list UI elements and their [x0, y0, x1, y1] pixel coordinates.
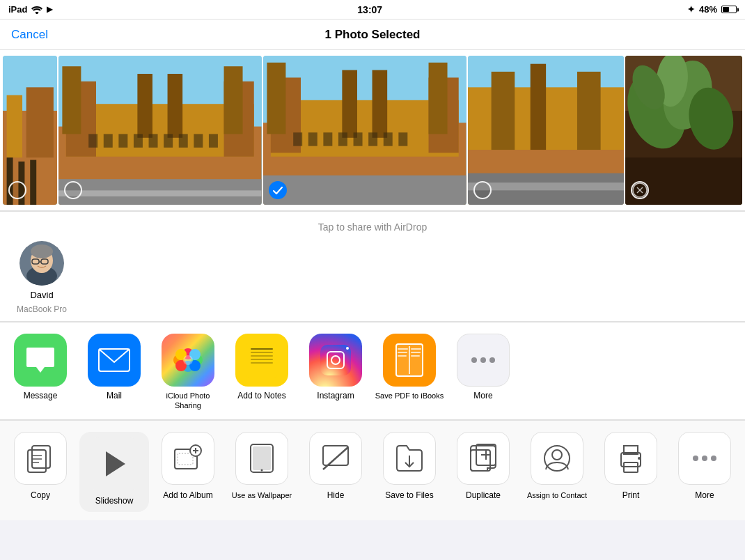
cancel-button[interactable]: Cancel: [11, 28, 48, 42]
assign-contact-label: Assign to Contact: [527, 490, 587, 500]
circle-x-icon: [632, 182, 648, 198]
hide-icon-box: [309, 432, 362, 485]
photo-select-1[interactable]: [8, 181, 26, 199]
svg-rect-16: [89, 134, 98, 147]
svg-rect-2: [7, 95, 22, 158]
svg-rect-18: [119, 134, 128, 147]
navigation-header: Cancel 1 Photo Selected: [0, 20, 745, 50]
svg-point-103: [261, 469, 263, 471]
notes-icon-inner: [246, 343, 277, 378]
add-album-label: Add to Album: [163, 490, 212, 501]
svg-rect-26: [58, 190, 262, 196]
photo-strip: [0, 50, 745, 210]
action-save-files[interactable]: Save to Files: [375, 432, 444, 501]
svg-rect-44: [263, 176, 466, 205]
airdrop-device-sub: MacBook Pro: [17, 304, 67, 314]
svg-rect-33: [429, 63, 448, 134]
svg-point-67: [31, 244, 53, 258]
svg-rect-3: [26, 87, 54, 157]
photo-select-3-checked[interactable]: [269, 181, 287, 199]
svg-rect-32: [267, 63, 285, 134]
share-app-more[interactable]: More: [448, 334, 518, 402]
more-action-icon-box: [678, 432, 731, 485]
copy-label: Copy: [31, 490, 50, 501]
photo-item-5[interactable]: [625, 56, 742, 205]
dot-1: [471, 357, 477, 363]
signal-icon: ▶: [47, 5, 52, 14]
dot-3: [489, 357, 495, 363]
share-apps-row: Message Mail: [6, 334, 739, 411]
action-wallpaper[interactable]: Use as Wallpaper: [227, 432, 297, 500]
more-dot-3: [711, 456, 716, 461]
airdrop-avatar: [19, 241, 64, 286]
svg-rect-91: [28, 450, 46, 472]
svg-rect-34: [342, 70, 357, 138]
svg-rect-41: [368, 132, 377, 146]
photo-item-2[interactable]: [58, 56, 262, 205]
header-title: 1 Photo Selected: [325, 28, 421, 42]
status-left: iPad ▶: [8, 4, 52, 15]
svg-point-80: [183, 355, 193, 365]
airdrop-label: Tap to share with AirDrop: [11, 221, 734, 233]
more-action-label: More: [695, 490, 714, 501]
share-app-mail[interactable]: Mail: [79, 334, 149, 402]
photo-select-4[interactable]: [473, 181, 492, 199]
ibooks-app-icon: [383, 334, 436, 387]
share-app-ibooks[interactable]: Save PDF to iBooks: [375, 334, 444, 400]
more-dot-2: [702, 456, 707, 461]
wallpaper-icon-box: [235, 432, 288, 485]
photo-item-3[interactable]: [263, 56, 466, 205]
svg-point-112: [552, 450, 562, 460]
action-assign-contact[interactable]: Assign to Contact: [522, 432, 592, 500]
share-app-message[interactable]: Message: [6, 334, 75, 402]
action-hide[interactable]: Hide: [301, 432, 370, 501]
icloud-icon: [172, 347, 204, 373]
save-files-label: Save to Files: [385, 490, 433, 501]
battery-icon: [721, 6, 737, 13]
action-slideshow[interactable]: Slideshow: [79, 432, 149, 513]
svg-rect-20: [149, 134, 158, 147]
print-label: Print: [622, 490, 640, 501]
action-add-album[interactable]: Add to Album: [153, 432, 223, 501]
assign-contact-icon: [542, 443, 572, 474]
action-copy[interactable]: Copy: [6, 432, 75, 501]
slideshow-icon-box: [88, 437, 141, 490]
share-app-instagram[interactable]: Instagram: [301, 334, 370, 402]
wallpaper-icon: [249, 443, 274, 474]
svg-rect-84: [398, 348, 408, 350]
svg-rect-23: [194, 134, 203, 147]
svg-rect-85: [398, 352, 407, 353]
ibooks-app-label: Save PDF to iBooks: [375, 391, 444, 400]
bluetooth-icon: ✦: [687, 4, 695, 15]
svg-rect-42: [384, 132, 393, 146]
hide-label: Hide: [327, 490, 345, 501]
action-print[interactable]: Print: [596, 432, 666, 501]
action-duplicate[interactable]: Duplicate: [448, 432, 518, 501]
svg-rect-49: [577, 72, 601, 150]
icloud-app-label: iCloud Photo Sharing: [153, 391, 223, 411]
person-photo: [19, 241, 64, 286]
svg-rect-88: [411, 352, 421, 353]
photo-item-1[interactable]: [3, 56, 57, 205]
photo-item-4[interactable]: [468, 56, 624, 205]
battery-percent: 48%: [699, 4, 717, 15]
add-album-icon: [173, 444, 203, 473]
svg-line-105: [323, 447, 348, 469]
svg-point-116: [638, 457, 641, 460]
share-app-icloud[interactable]: iCloud Photo Sharing: [153, 334, 223, 411]
svg-rect-24: [209, 134, 218, 147]
copy-icon-box: [14, 432, 67, 485]
svg-rect-100: [178, 453, 193, 465]
instagram-app-label: Instagram: [317, 391, 354, 402]
svg-rect-6: [30, 160, 36, 205]
svg-rect-48: [491, 72, 515, 150]
duplicate-icon-box: [457, 432, 510, 485]
airdrop-devices: David MacBook Pro: [11, 241, 734, 314]
action-more[interactable]: More: [670, 432, 739, 501]
share-app-notes[interactable]: Add to Notes: [227, 334, 297, 402]
photo-select-5[interactable]: [631, 181, 649, 199]
duplicate-icon: [468, 443, 499, 474]
wallpaper-label: Use as Wallpaper: [232, 490, 292, 500]
airdrop-device-david[interactable]: David MacBook Pro: [17, 241, 67, 314]
mail-envelope-icon: [98, 348, 130, 372]
